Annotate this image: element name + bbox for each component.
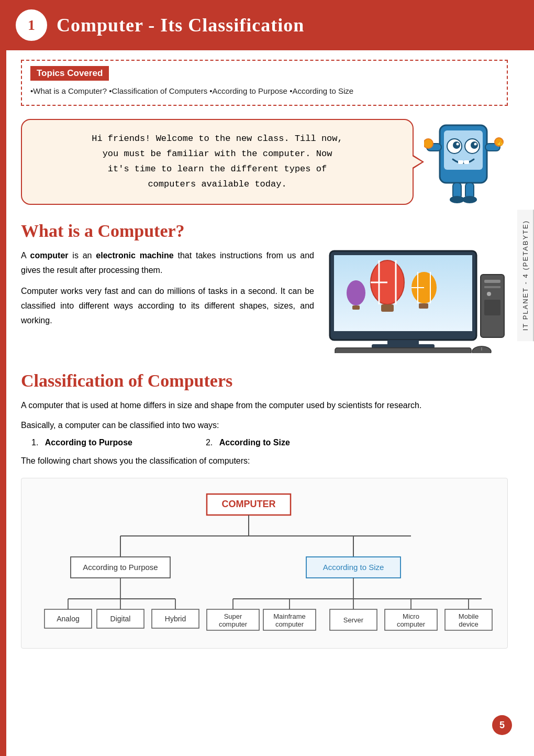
svg-rect-34: [352, 305, 360, 310]
svg-point-33: [347, 280, 365, 305]
svg-rect-39: [484, 286, 500, 288]
svg-point-16: [450, 196, 464, 203]
topics-covered-box: Topics Covered •What is a Computer? •Cla…: [21, 60, 508, 106]
svg-text:computer: computer: [397, 620, 426, 628]
svg-rect-42: [335, 348, 471, 353]
what-is-computer-heading: What is a Computer?: [21, 221, 508, 241]
computer-img-svg: [325, 248, 508, 353]
svg-rect-38: [484, 280, 500, 283]
svg-text:Mainframe: Mainframe: [273, 612, 305, 620]
svg-point-17: [462, 196, 477, 203]
chart-container: COMPUTER According to Purpose According …: [21, 478, 508, 649]
svg-text:computer: computer: [275, 620, 304, 628]
svg-text:According to Size: According to Size: [323, 563, 384, 572]
robot-character: 👍: [424, 117, 508, 206]
robot-svg: 👍: [424, 117, 508, 206]
computer-section: A computer is an electronic machine that…: [21, 248, 508, 355]
svg-rect-9: [464, 160, 469, 164]
way2: 2. According to Size: [206, 438, 290, 447]
classification-para2: Basically, a computer can be classified …: [21, 418, 508, 433]
speech-bubble: Hi friends! Welcome to the new class. Ti…: [21, 119, 414, 205]
two-ways: 1. According to Purpose 2. According to …: [31, 438, 508, 447]
svg-text:COMPUTER: COMPUTER: [222, 499, 276, 509]
classification-section: Classification of Computers A computer t…: [21, 371, 508, 649]
side-label: IT PLANET - 4 (PETABYTE): [517, 210, 534, 341]
chapter-title: Computer - Its Classification: [57, 14, 304, 36]
classification-heading: Classification of Computers: [21, 371, 508, 391]
svg-point-18: [424, 139, 433, 148]
svg-point-5: [471, 141, 478, 149]
svg-text:Server: Server: [343, 616, 364, 624]
way2-label: According to Size: [219, 438, 290, 447]
classification-para1: A computer that is used at home differs …: [21, 398, 508, 413]
svg-text:Mobile: Mobile: [459, 612, 479, 620]
svg-rect-32: [419, 303, 428, 309]
svg-point-6: [457, 143, 459, 146]
svg-text:Analog: Analog: [57, 615, 80, 623]
welcome-text: Hi friends! Welcome to the new class. Ti…: [92, 134, 342, 189]
topics-list: •What is a Computer? •Classification of …: [30, 85, 498, 97]
svg-text:device: device: [459, 620, 479, 628]
topics-covered-label: Topics Covered: [30, 66, 109, 81]
chart-svg: COMPUTER According to Purpose According …: [27, 489, 502, 636]
way2-num: 2.: [206, 438, 213, 447]
svg-text:computer: computer: [219, 620, 248, 628]
svg-text:Micro: Micro: [403, 612, 419, 620]
what-is-computer-section: What is a Computer? A computer is an ele…: [21, 221, 508, 355]
way1: 1. According to Purpose: [31, 438, 132, 447]
chapter-number: 1: [16, 9, 47, 41]
svg-text:👍: 👍: [497, 139, 504, 146]
way1-label: According to Purpose: [45, 438, 132, 447]
svg-text:According to Purpose: According to Purpose: [83, 563, 158, 572]
svg-rect-27: [381, 304, 394, 312]
page-number: 5: [492, 715, 512, 735]
computer-image: [325, 248, 508, 355]
way1-num: 1.: [31, 438, 38, 447]
chart-intro: The following chart shows you the classi…: [21, 454, 508, 468]
svg-point-40: [487, 292, 491, 296]
svg-rect-8: [458, 160, 463, 164]
svg-text:Digital: Digital: [110, 615, 131, 623]
computer-para1: A computer is an electronic machine that…: [21, 248, 314, 278]
svg-text:Super: Super: [224, 612, 242, 620]
svg-rect-41: [484, 300, 500, 315]
computer-text: A computer is an electronic machine that…: [21, 248, 314, 334]
svg-text:Hybrid: Hybrid: [165, 615, 186, 623]
chapter-header: 1 Computer - Its Classification: [0, 0, 534, 50]
computer-para2: Computer works very fast and can do mill…: [21, 284, 314, 328]
svg-point-4: [453, 141, 460, 149]
welcome-section: Hi friends! Welcome to the new class. Ti…: [21, 117, 508, 206]
svg-point-7: [474, 143, 477, 146]
